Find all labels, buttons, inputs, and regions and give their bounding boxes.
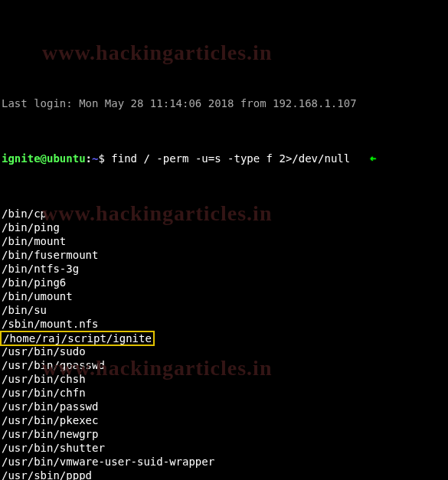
find-result-line: /bin/mount <box>2 234 446 248</box>
find-result-line: /bin/umount <box>2 289 446 303</box>
find-result-text: /sbin/mount.nfs <box>2 318 98 330</box>
find-result-line: /sbin/mount.nfs <box>2 317 446 331</box>
find-result-line: /usr/bin/vmware-user-suid-wrapper <box>2 455 446 469</box>
find-result-line: /usr/bin/newgrp <box>2 427 446 441</box>
find-result-line: /usr/bin/chfn <box>2 386 446 400</box>
find-result-text: /bin/ping <box>2 221 60 233</box>
find-result-text: /bin/fusermount <box>2 249 98 261</box>
command-find: find / -perm -u=s -type f 2>/dev/null <box>111 152 350 165</box>
find-result-text: /usr/sbin/pppd <box>2 469 92 480</box>
find-result-line: /usr/bin/passwd <box>2 400 446 413</box>
find-result-text: /usr/bin/vmware-user-suid-wrapper <box>2 456 214 468</box>
prompt-host: ubuntu <box>47 152 86 165</box>
find-result-line: /usr/bin/gpasswd <box>2 358 446 372</box>
find-result-text: /usr/bin/pkexec <box>2 414 98 426</box>
last-login-line: Last login: Mon May 28 11:14:06 2018 fro… <box>2 96 446 110</box>
prompt-sep: : <box>86 152 92 165</box>
prompt-dollar: $ <box>98 152 111 165</box>
find-result-line: /bin/ping <box>2 220 446 234</box>
find-result-line: /bin/ping6 <box>2 276 446 289</box>
find-result-highlight: /home/raj/script/ignite <box>0 331 155 346</box>
find-result-line: /usr/bin/shutter <box>2 441 446 455</box>
find-result-text: /bin/umount <box>2 290 73 302</box>
find-result-line: /bin/su <box>2 303 446 317</box>
find-result-line: /usr/bin/chsh <box>2 372 446 386</box>
find-result-line: /bin/cp <box>2 207 446 220</box>
find-result-text: /usr/bin/chfn <box>2 387 86 399</box>
find-result-line: /bin/fusermount <box>2 248 446 262</box>
find-result-text: /usr/bin/gpasswd <box>2 359 105 371</box>
arrow-icon: ➜ <box>370 152 376 165</box>
prompt-at: @ <box>41 152 47 165</box>
prompt-user: ignite <box>2 152 41 165</box>
prompt-line-find: ignite@ubuntu:~$ find / -perm -u=s -type… <box>2 152 446 165</box>
find-result-text: /bin/ping6 <box>2 276 66 289</box>
find-result-text: /bin/ntfs-3g <box>2 263 79 275</box>
find-result-line: /usr/bin/sudo <box>2 344 446 358</box>
find-result-text: /usr/bin/newgrp <box>2 428 98 440</box>
find-result-line: /home/raj/script/ignite <box>2 331 446 344</box>
find-result-line: /usr/sbin/pppd <box>2 469 446 480</box>
find-result-text: /usr/bin/chsh <box>2 373 86 385</box>
terminal-emulator[interactable]: www.hackingarticles.in www.hackingarticl… <box>0 0 448 480</box>
find-result-line: /usr/bin/pkexec <box>2 413 446 427</box>
watermark-text: www.hackingarticles.in <box>42 46 272 60</box>
find-result-text: /usr/bin/shutter <box>2 442 105 454</box>
find-result-text: /bin/cp <box>2 207 47 220</box>
find-result-text: /bin/mount <box>2 235 66 247</box>
find-results: /bin/cp/bin/ping/bin/mount/bin/fusermoun… <box>2 207 446 480</box>
find-result-line: /bin/ntfs-3g <box>2 262 446 276</box>
find-result-text: /usr/bin/sudo <box>2 345 86 358</box>
find-result-text: /bin/su <box>2 304 47 316</box>
find-result-text: /usr/bin/passwd <box>2 400 98 413</box>
